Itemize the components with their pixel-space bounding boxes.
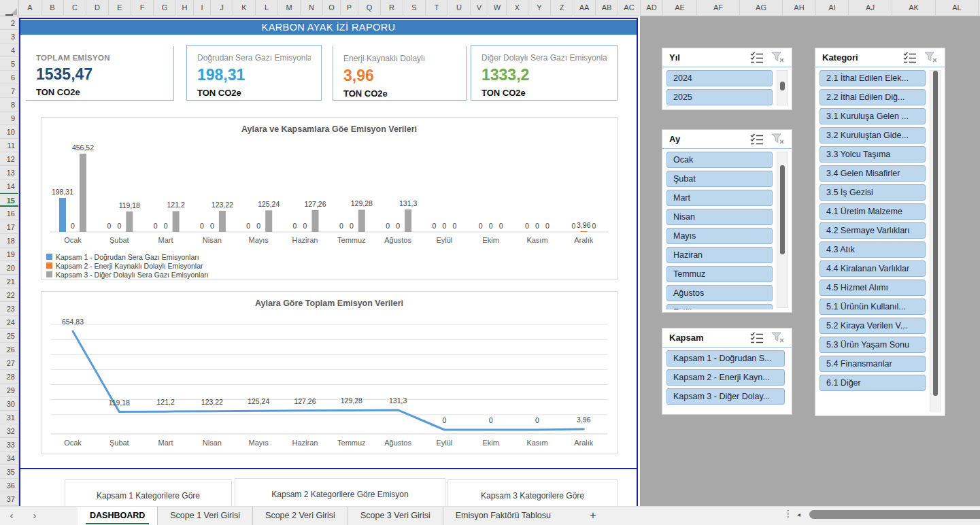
row-header-12[interactable]: 12 bbox=[0, 152, 18, 166]
tabs-scroll-right-icon[interactable]: › bbox=[23, 507, 46, 525]
slicer-item[interactable]: 3.5 İş Gezisi bbox=[820, 184, 926, 201]
row-header-11[interactable]: 11 bbox=[0, 139, 18, 152]
slicer-item[interactable]: 5.4 Finansmanlar bbox=[820, 356, 926, 372]
row-header-27[interactable]: 27 bbox=[0, 356, 18, 370]
scroll-left-arrow-icon[interactable]: ◂ bbox=[797, 511, 800, 518]
multi-select-icon[interactable] bbox=[749, 52, 764, 64]
multi-select-icon[interactable] bbox=[902, 52, 917, 64]
column-header-B[interactable]: B bbox=[41, 0, 64, 16]
horizontal-scrollbar[interactable]: ◂ bbox=[794, 509, 980, 520]
slicer-item[interactable]: 3.2 Kuruluştan Gide... bbox=[820, 127, 926, 143]
row-header-33[interactable]: 33 bbox=[0, 438, 18, 452]
row-header-28[interactable]: 28 bbox=[0, 370, 18, 384]
slicer-item[interactable]: Şubat bbox=[666, 171, 773, 187]
row-header-5[interactable]: 5 bbox=[0, 57, 18, 71]
horizontal-scrollbar-thumb[interactable] bbox=[809, 510, 980, 519]
column-header-H[interactable]: H bbox=[176, 0, 194, 16]
column-header-N[interactable]: N bbox=[301, 0, 323, 16]
column-header-I[interactable]: I bbox=[194, 0, 211, 16]
slicer-scrollbar-thumb[interactable] bbox=[780, 82, 785, 90]
slicer-item[interactable]: 4.4 Kiralanan Varlıklar bbox=[820, 260, 926, 277]
slicer-item[interactable]: 2.2 İthal Edilen Diğ... bbox=[820, 89, 926, 105]
row-header-26[interactable]: 26 bbox=[0, 343, 18, 356]
slicer-item[interactable]: Ağustos bbox=[666, 285, 773, 301]
bar-chart[interactable]: Aylara ve Kapsamlara Göe Emisyon Veriler… bbox=[41, 117, 618, 280]
column-header-E[interactable]: E bbox=[109, 0, 131, 16]
row-header-25[interactable]: 25 bbox=[0, 329, 18, 343]
column-header-AE[interactable]: AE bbox=[663, 0, 697, 16]
slicer-item[interactable]: 3.1 Kuruluşa Gelen ... bbox=[820, 108, 926, 124]
column-header-AB[interactable]: AB bbox=[596, 0, 618, 16]
column-header-K[interactable]: K bbox=[233, 0, 256, 16]
slicer-item[interactable]: Temmuz bbox=[666, 266, 773, 282]
row-header-3[interactable]: 3 bbox=[0, 30, 18, 44]
slicer-item[interactable]: 4.3 Atık bbox=[820, 241, 926, 258]
tabs-scroll-left-icon[interactable]: ‹ bbox=[0, 507, 23, 525]
row-header-31[interactable]: 31 bbox=[0, 411, 18, 424]
clear-filter-icon[interactable] bbox=[771, 52, 786, 64]
row-header-23[interactable]: 23 bbox=[0, 302, 18, 316]
slicer-scrollbar-thumb[interactable] bbox=[933, 71, 938, 396]
slicer-item[interactable]: Kapsam 1 - Doğrudan S... bbox=[666, 350, 785, 367]
column-header-L[interactable]: L bbox=[256, 0, 278, 16]
row-header-35[interactable]: 35 bbox=[0, 465, 18, 479]
row-header-20[interactable]: 20 bbox=[0, 261, 18, 275]
slicer-item[interactable]: Haziran bbox=[666, 247, 773, 263]
column-header-T[interactable]: T bbox=[426, 0, 448, 16]
row-header-36[interactable]: 36 bbox=[0, 479, 18, 492]
row-header-34[interactable]: 34 bbox=[0, 452, 18, 465]
column-header-AC[interactable]: AC bbox=[618, 0, 641, 16]
column-header-Q[interactable]: Q bbox=[358, 0, 381, 16]
tab-splitter-icon[interactable]: ⋮ bbox=[783, 508, 793, 519]
column-header-V[interactable]: V bbox=[471, 0, 488, 16]
column-header-D[interactable]: D bbox=[86, 0, 109, 16]
line-chart[interactable]: Aylara Göre Toplam Emisyon Verileri Ocak… bbox=[41, 291, 618, 454]
sheet-tab-emisyon-faktörü-tablosu[interactable]: Emisyon Faktörü Tablosu bbox=[443, 507, 563, 525]
column-header-AK[interactable]: AK bbox=[892, 0, 936, 16]
row-header-8[interactable]: 8 bbox=[0, 98, 18, 112]
row-header-37[interactable]: 37 bbox=[0, 492, 18, 506]
slicer-item[interactable]: Nisan bbox=[666, 209, 773, 225]
column-header-U[interactable]: U bbox=[448, 0, 471, 16]
row-header-4[interactable]: 4 bbox=[0, 44, 18, 57]
column-header-J[interactable]: J bbox=[211, 0, 233, 16]
sheet-tab-dashboard[interactable]: DASHBOARD bbox=[78, 507, 157, 525]
column-header-AF[interactable]: AF bbox=[697, 0, 740, 16]
row-header-2[interactable]: 2 bbox=[0, 16, 18, 30]
column-header-R[interactable]: R bbox=[381, 0, 403, 16]
column-header-A[interactable]: A bbox=[19, 0, 41, 16]
column-header-AD[interactable]: AD bbox=[641, 0, 663, 16]
column-header-AJ[interactable]: AJ bbox=[849, 0, 892, 16]
column-header-AI[interactable]: AI bbox=[816, 0, 849, 16]
column-header-AG[interactable]: AG bbox=[740, 0, 783, 16]
row-header-10[interactable]: 10 bbox=[0, 125, 18, 139]
slicer-item[interactable]: 2.1 İthal Edilen Elek... bbox=[820, 70, 926, 86]
slicer-scrollbar-thumb[interactable] bbox=[780, 165, 785, 254]
slicer-scrollbar[interactable] bbox=[777, 152, 788, 308]
slicer-item[interactable]: Eylül bbox=[666, 304, 773, 309]
row-header-7[interactable]: 7 bbox=[0, 84, 18, 98]
clear-filter-icon[interactable] bbox=[924, 52, 939, 64]
multi-select-icon[interactable] bbox=[749, 332, 764, 344]
clear-filter-icon[interactable] bbox=[771, 133, 786, 146]
slicer-item[interactable]: 2025 bbox=[666, 89, 773, 105]
slicer-item[interactable]: Ocak bbox=[666, 152, 773, 168]
slicer-scrollbar[interactable] bbox=[777, 70, 788, 105]
slicer-item[interactable]: 3.4 Gelen Misafirler bbox=[820, 165, 926, 182]
column-header-AL[interactable]: AL bbox=[936, 0, 979, 16]
column-header-AA[interactable]: AA bbox=[573, 0, 596, 16]
column-header-AH[interactable]: AH bbox=[783, 0, 816, 16]
row-header-32[interactable]: 32 bbox=[0, 424, 18, 438]
slicer-item[interactable]: 5.1 Ürünün Kullanıl... bbox=[820, 299, 926, 315]
column-header-Y[interactable]: Y bbox=[528, 0, 551, 16]
row-header-13[interactable]: 13 bbox=[0, 166, 18, 180]
slicer-item[interactable]: 5.3 Ürün Yaşam Sonu bbox=[820, 337, 926, 353]
slicer-item[interactable]: 5.2 Kiraya Verilen V... bbox=[820, 318, 926, 334]
sheet-tab-scope-1-veri-girisi[interactable]: Scope 1 Veri Girisi bbox=[157, 507, 252, 525]
column-header-M[interactable]: M bbox=[278, 0, 301, 16]
row-header-19[interactable]: 19 bbox=[0, 248, 18, 261]
slicer-item[interactable]: 4.1 Üretim Malzeme bbox=[820, 203, 926, 220]
slicer-item[interactable]: 4.5 Hizmet Alımı bbox=[820, 280, 926, 296]
sheet-tab-scope-3-veri-girisi[interactable]: Scope 3 Veri Girisi bbox=[348, 507, 443, 525]
column-header-Z[interactable]: Z bbox=[551, 0, 573, 16]
